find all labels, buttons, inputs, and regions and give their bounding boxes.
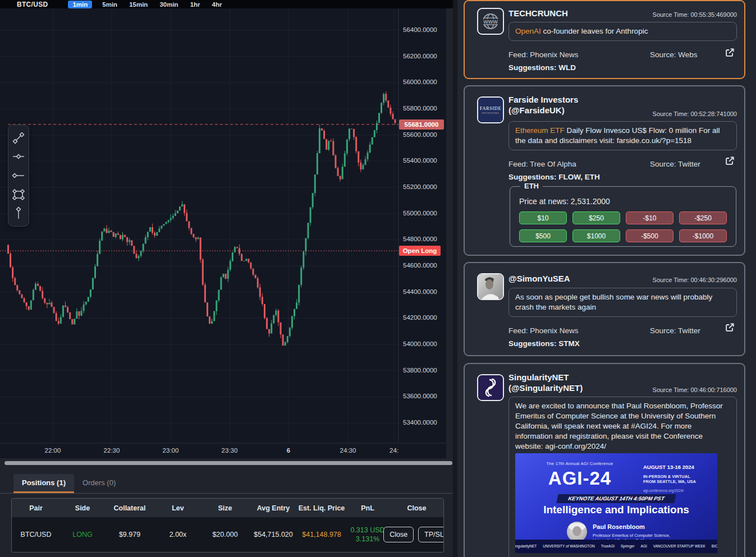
timeframe-4hr[interactable]: 4hr bbox=[210, 1, 224, 8]
cell-lev: 2.00x bbox=[154, 531, 201, 538]
agi24-logo: AGI-24 bbox=[515, 469, 644, 488]
news-text-highlight: Ethereum ETF bbox=[515, 126, 565, 135]
singularitynet-avatar bbox=[477, 374, 504, 401]
sponsor-logo-singularitynet: SingularityNET bbox=[515, 541, 537, 551]
price-axis-label: 56000.0000 bbox=[403, 79, 437, 85]
agi-venue-line2: FROM SEATTLE, WA, USA bbox=[643, 479, 716, 484]
suggestions-label: Suggestions: FLOW, ETH bbox=[508, 173, 600, 181]
tab-orders[interactable]: Orders (0) bbox=[74, 474, 124, 493]
price-axis-label: 55400.0000 bbox=[403, 157, 437, 164]
column-header-pnl: PnL bbox=[345, 504, 390, 512]
farside-avatar: FARSIDE INVESTORS bbox=[477, 96, 504, 123]
chart-horizontal-scrollbar[interactable] bbox=[4, 461, 452, 465]
card-title: Farside Investors (@FarsideUK) bbox=[508, 94, 578, 116]
rectangle-tool-icon[interactable] bbox=[11, 187, 26, 202]
speaker-photo-face bbox=[572, 526, 581, 536]
trend-line-tool-icon[interactable] bbox=[11, 131, 26, 145]
current-price-tag: 55681.0000 bbox=[399, 119, 444, 130]
close-position-button[interactable]: Close bbox=[383, 527, 414, 542]
external-link-icon[interactable] bbox=[724, 322, 735, 335]
timeframe-30min[interactable]: 30min bbox=[158, 1, 180, 8]
card-title: SingularityNET (@SingularityNET) bbox=[508, 372, 583, 393]
pair-label: BTC/USD bbox=[17, 1, 48, 8]
price-axis-label: 54000.0000 bbox=[403, 340, 437, 347]
tab-positions[interactable]: Positions (1) bbox=[13, 474, 74, 493]
news-text: We are excited to announce that Paul Ros… bbox=[508, 397, 737, 557]
news-text: As soon as people get bullish some war n… bbox=[508, 288, 737, 317]
external-link-icon[interactable] bbox=[724, 155, 735, 169]
feed-label: Feed: Tree Of Alpha bbox=[508, 160, 576, 168]
eth-trade-button-10-long[interactable]: $10 bbox=[519, 211, 567, 224]
price-axis-label: 56200.0000 bbox=[403, 53, 437, 59]
vertical-line-tool-icon[interactable] bbox=[11, 206, 26, 220]
svg-text:WWW: WWW bbox=[483, 19, 498, 25]
column-header-side: Side bbox=[60, 504, 105, 512]
chart-topbar: BTC/USD 1min5min15min30min1hr4hr bbox=[0, 0, 453, 8]
sponsor-logo-trueagi: TrueAGI bbox=[601, 541, 615, 551]
source-time: Source Time: 00:52:28:741000 bbox=[653, 111, 737, 117]
profile-photo bbox=[478, 274, 503, 299]
time-axis-label: 23:30 bbox=[222, 447, 238, 454]
news-card-techcrunch[interactable]: WWW TECHCRUNCH Source Time: 00:55:35:469… bbox=[464, 0, 745, 79]
news-card-singularitynet[interactable]: SingularityNET (@SingularityNET) Source … bbox=[464, 363, 745, 557]
speaker-name: Paul Rosenbloom bbox=[593, 522, 670, 532]
news-text-highlight: OpenAI bbox=[515, 27, 541, 35]
farside-logo: FARSIDE INVESTORS bbox=[478, 98, 503, 122]
candlestick-chart[interactable]: 56400.000056200.000056000.000055800.0000… bbox=[0, 8, 446, 458]
card-title-line1: Farside Investors bbox=[508, 94, 578, 105]
eth-trade-button-250-long[interactable]: $250 bbox=[572, 211, 620, 224]
horizontal-ray-tool-icon[interactable] bbox=[11, 168, 26, 183]
eth-trade-button-250-short[interactable]: -$250 bbox=[679, 211, 727, 224]
price-axis-label: 54600.0000 bbox=[403, 262, 437, 269]
price-axis-label: 53600.0000 bbox=[403, 393, 437, 399]
horizontal-line-tool-icon[interactable] bbox=[11, 149, 26, 164]
column-header-close: Close bbox=[390, 504, 443, 512]
agi-keynote-title: Intelligence and Implications bbox=[515, 505, 717, 515]
eth-trade-button-1000-long[interactable]: $1000 bbox=[572, 229, 620, 242]
chart-canvas[interactable] bbox=[0, 8, 446, 458]
agi-venue-line1: IN-PERSON & VIRTUAL bbox=[643, 474, 716, 479]
news-feed-panel[interactable]: WWW TECHCRUNCH Source Time: 00:55:35:469… bbox=[457, 0, 756, 557]
suggestions-label: Suggestions: WLD bbox=[508, 63, 576, 72]
timeframe-15min[interactable]: 15min bbox=[127, 1, 149, 8]
eth-trade-buttons: $10$250-$10-$250$500$1000-$500-$1000 bbox=[519, 211, 727, 242]
timeframe-5min[interactable]: 5min bbox=[100, 1, 119, 8]
column-header-avg-entry: Avg Entry bbox=[249, 504, 298, 512]
agi-banner-head: The 17th Annual AGI Conference AGI-24 bbox=[515, 459, 644, 488]
column-header-collateral: Collateral bbox=[105, 504, 154, 512]
news-card-simonyusea[interactable]: @SimonYuSEA Source Time: 00:46:30:296000… bbox=[464, 262, 745, 356]
time-axis-label: 24: bbox=[390, 447, 398, 454]
price-axis-label: 54200.0000 bbox=[403, 314, 437, 321]
cell-collateral: $9.979 bbox=[105, 531, 154, 538]
techcrunch-avatar: WWW bbox=[477, 8, 504, 35]
table-row: BTC/USD LONG $9.979 2.00x $20.000 $54,71… bbox=[12, 517, 443, 552]
agi-keynote-band: KEYNOTE AUGUST 14TH 4:50PM PST bbox=[556, 494, 676, 503]
tabs-divider bbox=[0, 493, 453, 494]
timeframe-1min[interactable]: 1min bbox=[68, 1, 92, 8]
sponsor-logo-agi: AGI bbox=[641, 541, 647, 551]
news-card-farside[interactable]: FARSIDE INVESTORS Farside Investors (@Fa… bbox=[464, 85, 745, 256]
cell-liq-price: $41,148.978 bbox=[298, 531, 345, 538]
eth-trade-button-1000-short[interactable]: -$1000 bbox=[679, 229, 727, 242]
timeframe-1hr[interactable]: 1hr bbox=[189, 1, 202, 8]
price-axis-label: 53400.0000 bbox=[403, 419, 437, 426]
price-axis-label: 54400.0000 bbox=[403, 288, 437, 295]
positions-panel: Positions (1) Orders (0) PairSideCollate… bbox=[0, 467, 453, 557]
sponsor-logo-vancouver: VANCOUVER STARTUP WEEK bbox=[653, 541, 705, 551]
card-title-line2: (@FarsideUK) bbox=[508, 105, 578, 116]
price-at-news: Price at news: 2,531.2000 bbox=[519, 197, 610, 206]
eth-quick-trade-panel: ETH Price at news: 2,531.2000 $10$250-$1… bbox=[510, 186, 736, 247]
source-label: Source: Webs bbox=[650, 50, 698, 59]
agi-date: AUGUST 13-16 2024 bbox=[643, 462, 716, 472]
agi24-banner-image[interactable]: The 17th Annual AGI Conference AGI-24 AU… bbox=[515, 453, 717, 553]
eth-trade-button-500-short[interactable]: -$500 bbox=[626, 229, 673, 242]
time-axis-label: 24:30 bbox=[340, 447, 356, 454]
eth-trade-button-500-long[interactable]: $500 bbox=[519, 229, 567, 242]
source-label: Source: Twitter bbox=[650, 326, 700, 335]
agi-sponsor-logos: SingularityNETUNIVERSITY of WASHINGTONTr… bbox=[515, 540, 717, 553]
external-link-icon[interactable] bbox=[724, 47, 735, 61]
tpsl-button[interactable]: TP/SL bbox=[418, 527, 444, 542]
timeframe-selector: 1min5min15min30min1hr4hr bbox=[68, 1, 223, 8]
eth-trade-button-10-short[interactable]: -$10 bbox=[626, 211, 673, 224]
source-time: Source Time: 00:46:00:716000 bbox=[653, 386, 737, 393]
